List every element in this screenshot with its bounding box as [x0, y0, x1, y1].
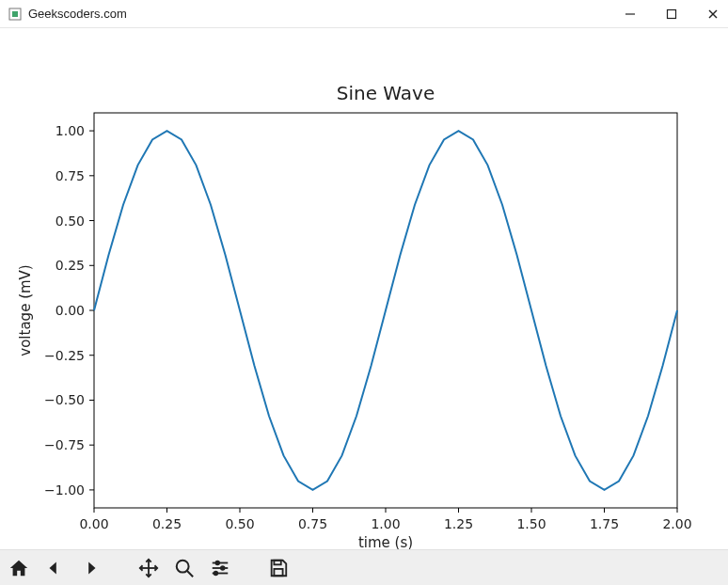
y-tick-label: −0.50 [44, 392, 85, 407]
plot-area[interactable]: Sine Wave0.000.250.500.751.001.251.501.7… [0, 28, 728, 549]
svg-point-8 [177, 560, 189, 572]
x-tick-label: 0.25 [152, 516, 182, 531]
y-tick-label: −1.00 [44, 482, 85, 498]
x-tick-label: 1.50 [516, 516, 546, 531]
x-tick-label: 1.75 [590, 516, 619, 531]
x-tick-label: 0.00 [79, 516, 108, 531]
chart-title: Sine Wave [337, 82, 435, 104]
close-button[interactable] [705, 7, 720, 22]
y-tick-label: 0.75 [55, 168, 85, 183]
maximize-button[interactable] [664, 7, 679, 22]
x-tick-label: 0.50 [225, 516, 254, 531]
svg-point-13 [221, 566, 225, 570]
svg-rect-16 [274, 560, 280, 564]
x-axis-label: time (s) [358, 534, 413, 549]
minimize-button[interactable] [623, 7, 638, 22]
y-tick-label: 0.00 [55, 303, 85, 318]
x-tick-label: 2.00 [662, 516, 691, 531]
pan-icon[interactable] [137, 557, 160, 579]
x-tick-label: 1.00 [371, 516, 400, 531]
app-icon [8, 7, 23, 22]
svg-line-9 [187, 570, 193, 576]
x-tick-label: 0.75 [298, 516, 327, 531]
x-tick-label: 1.25 [444, 516, 473, 531]
svg-rect-17 [274, 568, 282, 575]
svg-rect-1 [12, 11, 18, 17]
zoom-icon[interactable] [173, 557, 196, 579]
configure-subplots-icon[interactable] [209, 557, 231, 579]
y-tick-label: −0.25 [44, 348, 85, 363]
y-tick-label: 1.00 [55, 123, 85, 138]
window-title: Geekscoders.com [28, 7, 127, 21]
series-line [94, 131, 677, 490]
back-icon[interactable] [43, 557, 66, 579]
window-controls [623, 7, 720, 22]
svg-rect-3 [668, 9, 676, 18]
y-tick-label: −0.75 [44, 437, 85, 452]
save-icon[interactable] [267, 557, 290, 579]
y-axis-label: voltage (mV) [17, 264, 34, 356]
svg-point-15 [214, 571, 218, 575]
chart-canvas[interactable]: Sine Wave0.000.250.500.751.001.251.501.7… [0, 28, 728, 549]
window-titlebar: Geekscoders.com [0, 0, 728, 28]
nav-toolbar [0, 549, 728, 585]
y-tick-label: 0.50 [55, 213, 85, 229]
svg-point-11 [215, 561, 219, 564]
home-icon[interactable] [8, 557, 30, 579]
y-tick-label: 0.25 [55, 258, 85, 273]
forward-icon[interactable] [79, 557, 102, 579]
